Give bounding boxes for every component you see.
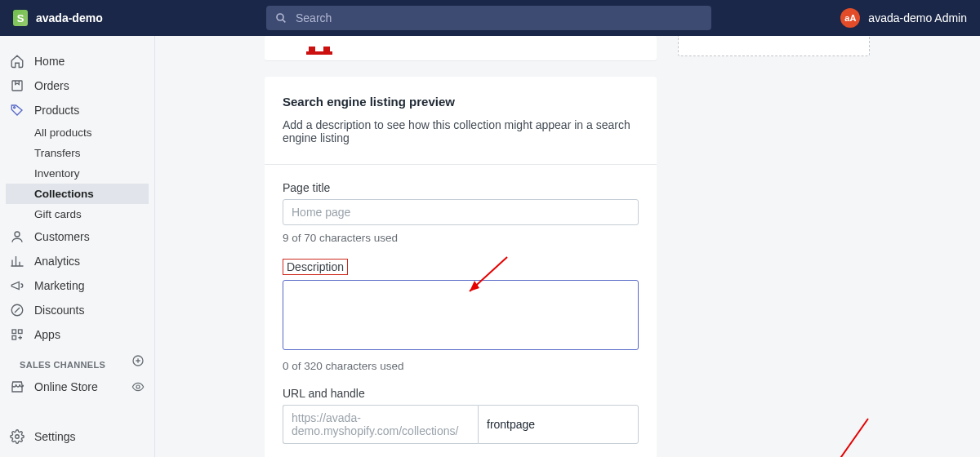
nav-products[interactable]: Products bbox=[0, 98, 154, 122]
customers-icon bbox=[10, 229, 24, 244]
divider bbox=[265, 164, 657, 165]
nav-transfers[interactable]: Transfers bbox=[0, 143, 154, 163]
seo-preview-card: Search engine listing preview Add a desc… bbox=[265, 77, 657, 457]
image-upload-card-peek[interactable] bbox=[678, 36, 870, 56]
nav-discounts[interactable]: Discounts bbox=[0, 298, 154, 322]
add-channel-icon[interactable] bbox=[131, 354, 145, 367]
search-placeholder: Search bbox=[296, 11, 332, 24]
tag-icon bbox=[10, 103, 24, 118]
nav-collections[interactable]: Collections bbox=[6, 184, 149, 204]
svg-rect-8 bbox=[12, 336, 16, 340]
svg-point-0 bbox=[277, 14, 283, 20]
analytics-icon bbox=[10, 254, 24, 268]
description-label: Description bbox=[283, 259, 348, 275]
url-handle-label: URL and handle bbox=[283, 387, 639, 400]
description-textarea[interactable] bbox=[283, 280, 639, 350]
store-name: avada-demo bbox=[36, 11, 103, 24]
top-bar: S avada-demo Search aA avada-demo Admin bbox=[0, 0, 980, 36]
svg-line-14 bbox=[826, 419, 868, 457]
nav-home[interactable]: Home bbox=[0, 49, 154, 73]
svg-point-10 bbox=[136, 385, 140, 388]
shopify-logo-icon: S bbox=[13, 10, 28, 26]
svg-point-11 bbox=[16, 435, 20, 439]
svg-rect-7 bbox=[19, 330, 23, 334]
nav-orders[interactable]: Orders bbox=[0, 73, 154, 98]
main-content: Search engine listing preview Add a desc… bbox=[155, 36, 980, 457]
nav-analytics[interactable]: Analytics bbox=[0, 249, 154, 273]
nav-apps[interactable]: Apps bbox=[0, 322, 154, 347]
page-title-label: Page title bbox=[283, 181, 639, 194]
seo-card-title: Search engine listing preview bbox=[283, 95, 639, 109]
nav-inventory[interactable]: Inventory bbox=[0, 163, 154, 184]
url-prefix: https://avada-demo.myshopify.com/collect… bbox=[283, 405, 478, 444]
orders-icon bbox=[10, 78, 24, 93]
nav-marketing[interactable]: Marketing bbox=[0, 273, 154, 298]
page-title-input[interactable] bbox=[283, 199, 639, 225]
svg-point-3 bbox=[14, 107, 16, 109]
svg-point-4 bbox=[15, 232, 20, 237]
annotation-arrow-save bbox=[811, 414, 876, 457]
store-icon bbox=[10, 379, 24, 394]
nav-settings[interactable]: Settings bbox=[0, 424, 154, 449]
view-store-icon[interactable] bbox=[131, 380, 145, 393]
nav-all-products[interactable]: All products bbox=[0, 122, 154, 143]
description-char-count: 0 of 320 characters used bbox=[283, 360, 639, 372]
svg-rect-2 bbox=[12, 81, 22, 91]
sales-channels-label: SALES CHANNELS bbox=[10, 347, 115, 375]
global-search[interactable]: Search bbox=[266, 6, 711, 30]
megaphone-icon bbox=[10, 278, 24, 293]
admin-name[interactable]: avada-demo Admin bbox=[868, 11, 967, 24]
gear-icon bbox=[10, 429, 24, 444]
nav-online-store[interactable]: Online Store bbox=[10, 375, 98, 399]
svg-rect-6 bbox=[12, 330, 16, 334]
sidebar: Home Orders Products All products Transf… bbox=[0, 36, 155, 457]
avatar[interactable]: aA bbox=[840, 8, 860, 28]
page-title-char-count: 9 of 70 characters used bbox=[283, 232, 639, 244]
product-thumbnail bbox=[306, 51, 332, 55]
nav-gift-cards[interactable]: Gift cards bbox=[0, 204, 154, 224]
search-icon bbox=[274, 11, 287, 24]
home-icon bbox=[10, 54, 24, 69]
discount-icon bbox=[10, 303, 24, 317]
apps-icon bbox=[10, 327, 24, 342]
seo-card-hint: Add a description to see how this collec… bbox=[283, 118, 639, 164]
svg-line-1 bbox=[283, 20, 285, 22]
url-handle-input[interactable] bbox=[478, 405, 639, 444]
products-card-peek bbox=[265, 36, 657, 60]
nav-customers[interactable]: Customers bbox=[0, 224, 154, 249]
